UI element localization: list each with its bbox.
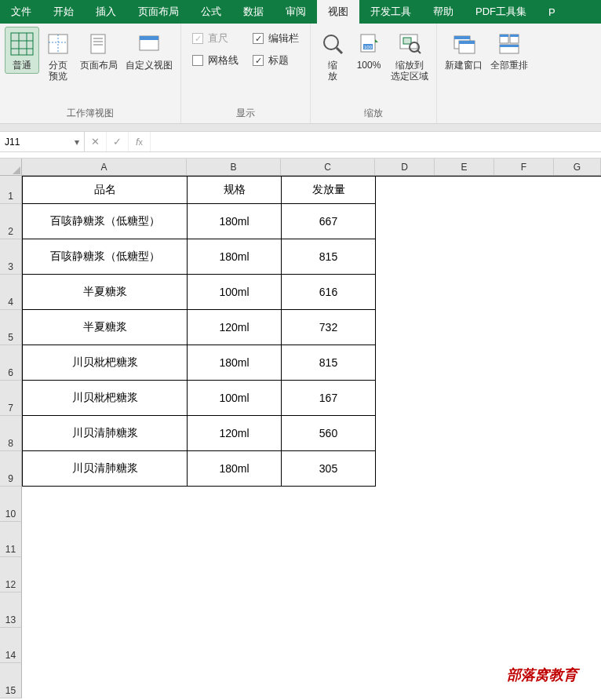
cell-D6[interactable] [376,345,435,381]
gridlines-checkbox[interactable]: 网格线 [192,53,239,67]
cell-F13[interactable] [494,592,554,628]
cell-A12[interactable] [22,557,187,592]
cell-C8[interactable]: 560 [282,416,376,451]
tab-P[interactable]: P [537,0,566,24]
cell-C1[interactable]: 发放量 [282,177,376,204]
fx-button[interactable]: fx [129,132,151,151]
cell-C10[interactable] [281,487,375,522]
cell-C15[interactable] [281,663,375,698]
tab-数据[interactable]: 数据 [232,0,275,24]
cell-A8[interactable]: 川贝清肺糖浆 [23,416,188,451]
cell-B15[interactable] [187,663,281,698]
cell-D3[interactable] [376,239,435,275]
cell-C13[interactable] [281,592,375,628]
cell-A10[interactable] [22,487,187,522]
cell-E9[interactable] [435,451,495,487]
tab-帮助[interactable]: 帮助 [422,0,464,24]
cell-E5[interactable] [435,310,495,345]
cell-B3[interactable]: 180ml [188,239,282,275]
row-header-2[interactable]: 2 [0,204,22,239]
cell-C9[interactable]: 305 [282,451,376,487]
cell-G1[interactable] [555,177,601,204]
cancel-formula-button[interactable]: ✕ [85,132,107,151]
cell-D10[interactable] [375,487,435,522]
row-header-7[interactable]: 7 [0,381,22,416]
cell-B9[interactable]: 180ml [188,451,282,487]
row-header-11[interactable]: 11 [0,522,22,557]
cell-C6[interactable]: 815 [282,345,376,381]
cell-D8[interactable] [376,416,435,451]
cell-B8[interactable]: 120ml [188,416,282,451]
cell-B13[interactable] [187,592,281,628]
cell-F9[interactable] [495,451,555,487]
tab-PDF工具集[interactable]: PDF工具集 [464,0,537,24]
cell-C7[interactable]: 167 [282,381,376,416]
cell-C4[interactable]: 616 [282,275,376,310]
view-normal-button[interactable]: 普通 [5,27,39,74]
col-header-E[interactable]: E [435,159,494,176]
cell-G11[interactable] [554,522,601,557]
cell-A7[interactable]: 川贝枇杷糖浆 [23,381,188,416]
cell-G13[interactable] [554,592,601,628]
cell-D13[interactable] [375,592,435,628]
cell-A6[interactable]: 川贝枇杷糖浆 [23,345,188,381]
cell-G12[interactable] [554,557,601,592]
cell-G6[interactable] [555,345,601,381]
cell-D4[interactable] [376,275,435,310]
col-header-F[interactable]: F [494,159,554,176]
cell-E13[interactable] [435,592,494,628]
cell-A11[interactable] [22,522,187,557]
col-header-A[interactable]: A [22,159,187,176]
spreadsheet[interactable]: ABCDEFG 123456789101112131415 品名规格发放量百咳静… [0,159,601,700]
cell-E4[interactable] [435,275,495,310]
cell-A15[interactable] [22,663,187,698]
row-header-15[interactable]: 15 [0,663,22,698]
cell-E1[interactable] [435,177,495,204]
cell-D7[interactable] [376,381,435,416]
col-header-C[interactable]: C [281,159,375,176]
headings-checkbox[interactable]: ✓标题 [253,53,299,67]
cell-C2[interactable]: 667 [282,204,376,239]
cell-A14[interactable] [22,628,187,663]
cell-E6[interactable] [435,345,495,381]
cell-B12[interactable] [187,557,281,592]
cell-F8[interactable] [495,416,555,451]
cell-G9[interactable] [555,451,601,487]
view-pagelayout-button[interactable]: 页面布局 [77,27,121,74]
cell-E11[interactable] [435,522,494,557]
tab-文件[interactable]: 文件 [0,0,42,24]
row-header-13[interactable]: 13 [0,592,22,628]
cell-F7[interactable] [495,381,555,416]
cell-A5[interactable]: 半夏糖浆 [23,310,188,345]
cell-A4[interactable]: 半夏糖浆 [23,275,188,310]
cell-D14[interactable] [375,628,435,663]
row-header-5[interactable]: 5 [0,310,22,345]
row-header-6[interactable]: 6 [0,345,22,381]
cell-C12[interactable] [281,557,375,592]
cell-E15[interactable] [435,663,494,698]
tab-插入[interactable]: 插入 [85,0,127,24]
cell-F14[interactable] [494,628,554,663]
cell-F12[interactable] [494,557,554,592]
cell-G4[interactable] [555,275,601,310]
cell-A3[interactable]: 百咳静糖浆（低糖型） [23,239,188,275]
cell-D15[interactable] [375,663,435,698]
row-header-8[interactable]: 8 [0,416,22,451]
zoom-100-button[interactable]: 100 100% [351,27,386,74]
cell-A2[interactable]: 百咳静糖浆（低糖型） [23,204,188,239]
cell-C3[interactable]: 815 [282,239,376,275]
cell-F11[interactable] [494,522,554,557]
cell-F10[interactable] [494,487,554,522]
view-pagebreak-button[interactable]: 分页 预览 [41,27,75,85]
cell-F6[interactable] [495,345,555,381]
cell-A1[interactable]: 品名 [23,177,188,204]
cell-B10[interactable] [187,487,281,522]
select-all-corner[interactable] [0,159,22,176]
view-custom-button[interactable]: 自定义视图 [122,27,176,74]
zoom-button[interactable]: 缩 放 [315,27,350,85]
cell-B1[interactable]: 规格 [188,177,282,204]
col-header-D[interactable]: D [375,159,435,176]
zoom-selection-button[interactable]: 缩放到 选定区域 [388,27,432,85]
row-header-4[interactable]: 4 [0,275,22,310]
cell-F5[interactable] [495,310,555,345]
